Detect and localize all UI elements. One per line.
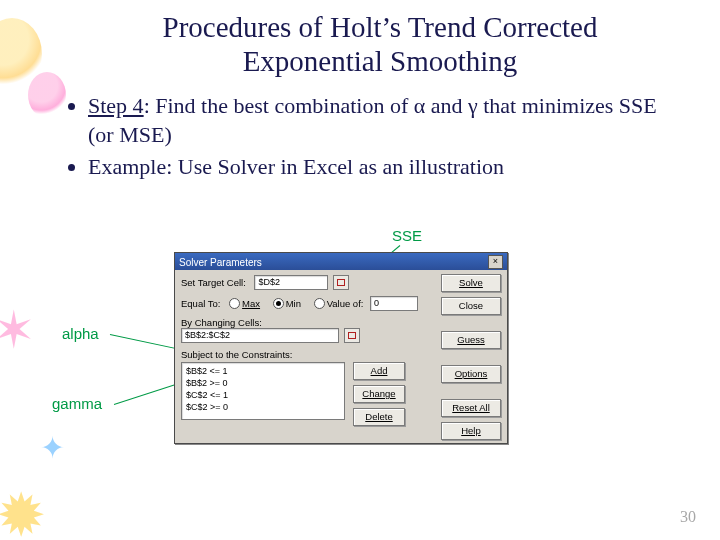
close-button[interactable]: Close <box>441 297 501 315</box>
constraints-listbox[interactable]: $B$2 <= 1 $B$2 >= 0 $C$2 <= 1 $C$2 >= 0 <box>181 362 345 420</box>
label-value-of: Value of: <box>327 298 364 309</box>
radio-min[interactable] <box>273 298 284 309</box>
annotation-gamma: gamma <box>52 395 102 412</box>
label-equal-to: Equal To: <box>181 298 220 309</box>
guess-button[interactable]: Guess <box>441 331 501 349</box>
slide-number: 30 <box>680 508 696 526</box>
solve-button[interactable]: Solve <box>441 274 501 292</box>
value-of-field[interactable]: 0 <box>370 296 418 311</box>
annotation-alpha: alpha <box>62 325 99 342</box>
label-set-target: Set Target Cell: <box>181 277 246 288</box>
bullet-list: Step 4: Find the best combination of α a… <box>68 92 680 180</box>
reset-all-button[interactable]: Reset All <box>441 399 501 417</box>
constraint-row: $C$2 <= 1 <box>186 389 340 401</box>
label-min: Min <box>286 298 301 309</box>
range-picker-icon-2[interactable] <box>344 328 360 343</box>
constraint-row: $C$2 >= 0 <box>186 401 340 413</box>
options-button[interactable]: Options <box>441 365 501 383</box>
target-cell-field[interactable]: $D$2 <box>254 275 328 290</box>
delete-button[interactable]: Delete <box>353 408 405 426</box>
bullet-step4-rest: : Find the best combination of α and γ t… <box>88 93 657 146</box>
decor-balloon-yellow <box>0 18 42 90</box>
bullet-example: Example: Use Solver in Excel as an illus… <box>88 153 680 181</box>
radio-max[interactable] <box>229 298 240 309</box>
decor-burst-yellow: ✹ <box>0 480 46 540</box>
constraint-row: $B$2 <= 1 <box>186 365 340 377</box>
slide-title: Procedures of Holt’s Trend Corrected Exp… <box>80 10 680 78</box>
bullet-step4: Step 4: Find the best combination of α a… <box>88 92 680 148</box>
change-button[interactable]: Change <box>353 385 405 403</box>
constraint-row: $B$2 >= 0 <box>186 377 340 389</box>
label-max: Max <box>242 298 260 309</box>
range-picker-icon[interactable] <box>333 275 349 290</box>
help-button[interactable]: Help <box>441 422 501 440</box>
title-line-1: Procedures of Holt’s Trend Corrected <box>163 11 598 43</box>
solver-titlebar[interactable]: Solver Parameters × <box>175 253 507 270</box>
decor-burst-pink: ✶ <box>0 300 36 360</box>
solver-dialog: Solver Parameters × Set Target Cell: $D$… <box>174 252 508 444</box>
bullet-step4-lead: Step 4 <box>88 93 144 118</box>
radio-value-of[interactable] <box>314 298 325 309</box>
add-button[interactable]: Add <box>353 362 405 380</box>
annotation-sse: SSE <box>392 227 422 244</box>
changing-cells-field[interactable]: $B$2:$C$2 <box>181 328 339 343</box>
solver-right-buttons: Solve Close Guess Options Reset All Help <box>441 274 501 440</box>
decor-balloon-pink <box>28 72 66 118</box>
decor-burst-blue: ✦ <box>40 430 65 465</box>
solver-title: Solver Parameters <box>179 257 262 268</box>
close-icon[interactable]: × <box>488 255 503 269</box>
title-line-2: Exponential Smoothing <box>243 45 518 77</box>
